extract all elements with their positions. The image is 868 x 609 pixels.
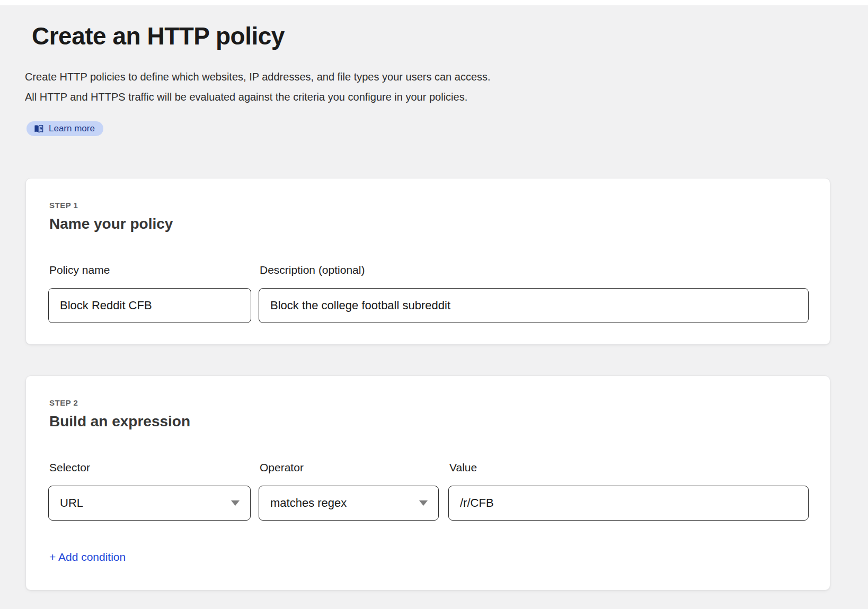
page-description-line1: Create HTTP policies to define which web… [25,67,491,87]
step2-heading: Build an expression [49,413,190,430]
book-icon [33,124,44,133]
value-input[interactable] [448,486,809,521]
page-description-line2: All HTTP and HTTPS traffic will be evalu… [25,87,491,107]
step1-label: STEP 1 [49,201,78,210]
policy-name-input[interactable] [48,288,251,323]
policy-name-label: Policy name [48,263,251,277]
learn-more-label: Learn more [49,123,95,134]
learn-more-button[interactable]: Learn more [26,121,103,136]
selector-label: Selector [48,461,251,474]
selector-value: URL [60,496,83,510]
selector-field-group: Selector URL [48,461,251,521]
page-title: Create an HTTP policy [32,22,285,50]
operator-value: matches regex [270,496,347,510]
selector-dropdown[interactable]: URL [48,486,251,521]
policy-name-field-group: Policy name [48,263,251,323]
step2-card: STEP 2 Build an expression Selector URL … [25,375,830,590]
value-field-group: Value [448,461,809,521]
step2-label: STEP 2 [49,398,78,407]
step1-card: STEP 1 Name your policy Policy name Desc… [25,178,830,345]
description-label: Description (optional) [259,263,809,277]
step1-heading: Name your policy [49,216,173,232]
value-label: Value [448,461,809,474]
add-condition-link[interactable]: + Add condition [49,551,126,563]
operator-label: Operator [259,461,439,474]
description-field-group: Description (optional) [259,263,809,323]
chevron-down-icon [231,500,240,506]
page-description: Create HTTP policies to define which web… [25,67,491,107]
operator-field-group: Operator matches regex [259,461,439,521]
top-strip [0,0,868,5]
operator-dropdown[interactable]: matches regex [259,486,439,521]
description-input[interactable] [259,288,809,323]
chevron-down-icon [419,500,428,506]
